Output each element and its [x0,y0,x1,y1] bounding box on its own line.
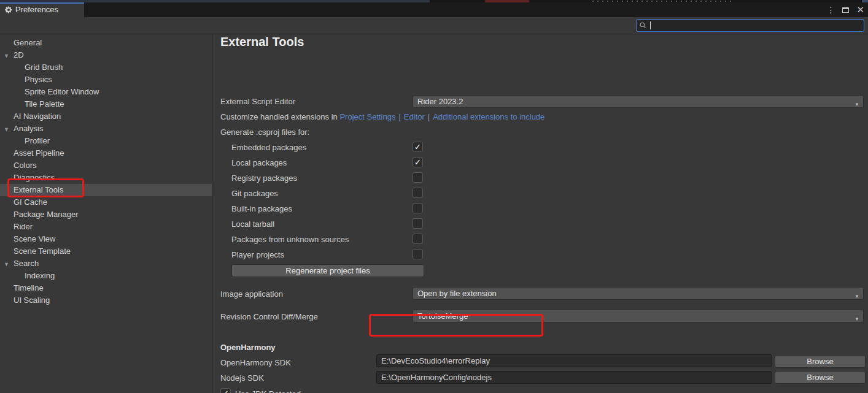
csproj-row-local-packages: Local packages✓ [212,156,868,170]
sidebar-item-physics[interactable]: Physics [0,74,212,86]
collapse-triangle-icon[interactable]: ▼ [4,258,9,270]
openharmony-sdk-label: OpenHarmony SDK [220,357,291,368]
sidebar-item-analysis[interactable]: ▼Analysis [0,123,212,135]
tab-accent-line [0,2,84,4]
collapse-triangle-icon[interactable]: ▼ [4,123,9,135]
openharmony-sdk-browse-button[interactable]: Browse [775,355,866,368]
dropdown-value: TortoiseMerge [417,311,468,321]
sidebar-item-gi-cache[interactable]: GI Cache [0,196,212,208]
sliver-dots [592,1,735,2]
embedded-packages-checkbox[interactable]: ✓ [413,142,423,152]
sidebar-item-asset-pipeline[interactable]: Asset Pipeline [0,147,212,159]
checkbox-label: Registry packages [231,173,297,184]
openharmony-sdk-field[interactable]: E:\DevEcoStudio4\errorReplay [376,354,772,367]
sidebar-item-label: External Tools [14,185,63,194]
use-jdk-detected-label: Use JDK Detected [235,389,301,393]
external-script-editor-dropdown[interactable]: Rider 2023.2 ▼ [413,95,864,108]
csproj-row-registry-packages: Registry packages [212,172,868,185]
sidebar-item-label: Profiler [25,136,50,145]
checkbox-label: Packages from unknown sources [231,234,349,245]
collapse-triangle-icon[interactable]: ▼ [4,50,9,62]
checkbox-label: Local tarball [231,219,274,230]
sidebar-item-label: Sprite Editor Window [25,87,99,96]
sidebar-item-label: Rider [14,222,33,231]
external-script-editor-label: External Script Editor [220,96,295,107]
checkbox-label: Player projects [231,250,284,261]
preferences-window: Preferences ⋮ ✕ General▼2DGrid BrushPhys… [0,0,868,393]
revision-control-label: Revision Control Diff/Merge [220,311,318,322]
link-editor[interactable]: Editor [404,112,425,121]
tab-strip: Preferences ⋮ ✕ [0,2,868,17]
sidebar-item-general[interactable]: General [0,37,212,49]
sidebar-tree: General▼2DGrid BrushPhysicsSprite Editor… [0,34,212,393]
search-icon [639,21,647,29]
sidebar-item-label: Scene Template [14,246,71,256]
sidebar-item-label: GI Cache [14,197,47,207]
sidebar-item-external-tools[interactable]: External Tools [0,184,212,196]
sidebar-item-package-manager[interactable]: Package Manager [0,208,212,221]
customize-extensions-row: Customize handled extensions in Project … [220,112,544,123]
maximize-icon[interactable] [842,7,849,13]
csproj-row-built-in-packages: Built-in packages [212,202,868,216]
sidebar-item-grid-brush[interactable]: Grid Brush [0,61,212,74]
packages-from-unknown-sources-checkbox[interactable] [413,234,423,244]
registry-packages-checkbox[interactable] [413,172,423,183]
link-additional-extensions[interactable]: Additional extensions to include [433,112,544,121]
sidebar-item-label: Asset Pipeline [14,148,64,158]
nodejs-sdk-field[interactable]: E:\OpenHarmonyConfig\nodejs [376,371,772,384]
link-project-settings[interactable]: Project Settings [339,112,395,121]
checkbox-label: Built-in packages [231,204,292,215]
sidebar-item-label: Indexing [25,271,55,280]
sidebar-item-indexing[interactable]: Indexing [0,270,212,282]
built-in-packages-checkbox[interactable] [413,203,423,213]
dropdown-value: Open by file extension [417,289,497,298]
dropdown-value: Rider 2023.2 [417,97,463,106]
openharmony-section-title: OpenHarmony [220,342,276,353]
sidebar-item-label: Scene View [14,234,55,243]
tab-title: Preferences [15,5,58,14]
kebab-menu-icon[interactable]: ⋮ [826,6,835,14]
chevron-down-icon: ▼ [854,291,859,302]
csproj-row-local-tarball: Local tarball [212,218,868,231]
sidebar-item-label: Timeline [14,283,44,292]
sidebar-item-label: Physics [25,75,52,84]
image-application-dropdown[interactable]: Open by file extension ▼ [413,287,864,300]
content-area: General▼2DGrid BrushPhysicsSprite Editor… [0,34,868,393]
csproj-row-packages-from-unknown-sources: Packages from unknown sources [212,233,868,246]
local-tarball-checkbox[interactable] [413,218,423,229]
sidebar-item-profiler[interactable]: Profiler [0,135,212,147]
sidebar-item-label: Colors [14,161,37,170]
chevron-down-icon: ▼ [854,313,859,325]
sidebar-item-label: Tile Palette [25,99,64,109]
sidebar-item-colors[interactable]: Colors [0,159,212,172]
sidebar-item-label: UI Scaling [14,296,50,305]
csproj-row-embedded-packages: Embedded packages✓ [212,141,868,155]
sidebar-item-tile-palette[interactable]: Tile Palette [0,98,212,110]
customize-prefix: Customize handled extensions in [220,112,338,121]
sidebar-item-label: Grid Brush [25,63,63,72]
nodejs-sdk-browse-button[interactable]: Browse [775,371,866,384]
sidebar-item-2d[interactable]: ▼2D [0,49,212,61]
sidebar-item-diagnostics[interactable]: Diagnostics [0,172,212,184]
toolbar [0,17,868,34]
git-packages-checkbox[interactable] [413,188,423,198]
sidebar-item-sprite-editor-window[interactable]: Sprite Editor Window [0,86,212,98]
sidebar-item-timeline[interactable]: Timeline [0,282,212,294]
sidebar-item-rider[interactable]: Rider [0,221,212,233]
sidebar-item-ui-scaling[interactable]: UI Scaling [0,294,212,307]
tab-preferences[interactable]: Preferences [0,2,84,17]
sidebar-item-scene-template[interactable]: Scene Template [0,245,212,258]
player-projects-checkbox[interactable] [413,249,423,259]
revision-control-dropdown[interactable]: TortoiseMerge ▼ [413,310,864,322]
sidebar-item-label: Diagnostics [14,173,55,182]
search-input[interactable] [636,19,864,32]
sidebar-item-ai-navigation[interactable]: AI Navigation [0,110,212,123]
use-jdk-detected-checkbox[interactable]: ✓ [220,388,231,393]
close-icon[interactable]: ✕ [856,6,864,14]
local-packages-checkbox[interactable]: ✓ [413,157,423,167]
main-panel: External Tools External Script Editor Ri… [212,34,868,393]
sidebar-item-search[interactable]: ▼Search [0,258,212,270]
sidebar-item-scene-view[interactable]: Scene View [0,233,212,245]
image-application-label: Image application [220,289,283,300]
regenerate-project-files-button[interactable]: Regenerate project files [231,264,424,277]
